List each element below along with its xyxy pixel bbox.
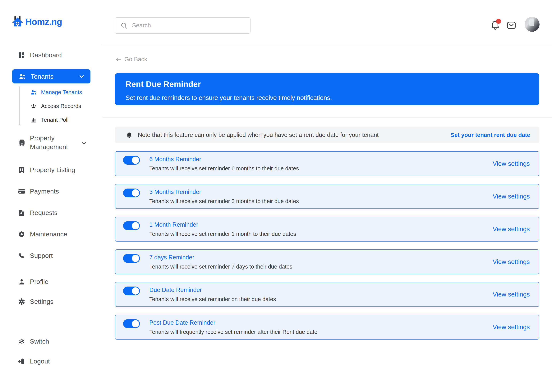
reminder-toggle[interactable] xyxy=(123,254,140,263)
house-logo-icon xyxy=(12,16,24,27)
view-settings-link[interactable]: View settings xyxy=(493,323,530,331)
sidebar-item-label: Payments xyxy=(30,187,59,196)
view-settings-link[interactable]: View settings xyxy=(493,225,530,233)
sidebar-item-label: Tenant Poll xyxy=(41,117,69,123)
go-back-label: Go Back xyxy=(124,56,147,63)
sidebar-item-dashboard[interactable]: Dashboard xyxy=(0,48,102,62)
reminder-toggle[interactable] xyxy=(123,221,140,230)
switch-icon xyxy=(18,337,26,345)
sidebar-item-label: Dashboard xyxy=(30,51,62,60)
profile-icon xyxy=(18,278,26,286)
sidebar-item-requests[interactable]: Requests xyxy=(0,206,102,220)
sidebar-item-label: Requests xyxy=(30,209,58,217)
page-title: Rent Due Reminder xyxy=(125,80,539,89)
note-text: Note that this feature can only be appli… xyxy=(138,132,378,138)
reminder-card: Due Date Reminder Tenants will receive s… xyxy=(115,282,539,307)
view-settings-link[interactable]: View settings xyxy=(493,258,530,266)
messages-button[interactable] xyxy=(506,20,517,31)
sidebar-item-label: Access Records xyxy=(41,103,81,109)
notifications-button[interactable] xyxy=(490,20,501,30)
reminder-card: 3 Months Reminder Tenants will receive s… xyxy=(115,184,539,209)
sidebar-item-label: Property Listing xyxy=(30,166,75,174)
access-records-icon xyxy=(30,103,37,109)
reminder-info: 6 Months Reminder Tenants will receive s… xyxy=(149,156,299,172)
page: Homz.ng Dashboard Tenants Manage Tenants… xyxy=(0,0,552,392)
sidebar-item-property-listing[interactable]: Property Listing xyxy=(0,163,102,177)
requests-icon xyxy=(18,209,26,217)
reminder-toggle[interactable] xyxy=(123,319,140,328)
payments-icon xyxy=(18,187,26,196)
reminder-description: Tenants will frequently receive set remi… xyxy=(149,329,317,335)
poll-icon xyxy=(30,117,37,123)
reminder-title: 6 Months Reminder xyxy=(149,156,299,163)
maintenance-icon xyxy=(18,230,26,238)
dashboard-icon xyxy=(18,51,26,59)
reminder-card: 6 Months Reminder Tenants will receive s… xyxy=(115,151,539,176)
sidebar-item-label: Switch xyxy=(30,337,49,346)
toggle-knob xyxy=(132,287,139,294)
toggle-knob xyxy=(132,157,139,164)
go-back-button[interactable]: Go Back xyxy=(115,56,147,63)
user-avatar[interactable] xyxy=(525,17,539,32)
chevron-down-icon[interactable] xyxy=(80,140,87,147)
search-input[interactable] xyxy=(132,22,240,29)
sidebar-item-tenants[interactable]: Tenants xyxy=(12,69,90,84)
gear-icon xyxy=(18,298,26,306)
reminder-title: 3 Months Reminder xyxy=(149,189,299,196)
reminder-title: Due Date Reminder xyxy=(149,287,276,294)
property-listing-icon xyxy=(18,166,26,174)
chevron-down-icon xyxy=(78,73,85,80)
reminder-description: Tenants will receive set reminder 3 mont… xyxy=(149,198,299,204)
toggle-knob xyxy=(132,255,139,262)
property-management-icon xyxy=(18,139,26,147)
reminder-description: Tenants will receive set reminder on the… xyxy=(149,296,276,302)
sidebar-item-label: Maintenance xyxy=(30,230,67,239)
page-subtitle: Set rent due reminders to ensure your te… xyxy=(125,94,539,101)
logout-icon xyxy=(18,357,26,365)
set-rent-due-date-link[interactable]: Set your tenant rent due date xyxy=(450,132,530,138)
reminder-info: 7 days Reminder Tenants will receive set… xyxy=(149,254,292,270)
header-divider xyxy=(102,45,552,45)
arrow-left-icon xyxy=(115,56,122,63)
view-settings-link[interactable]: View settings xyxy=(493,160,530,167)
reminder-info: Post Due Date Reminder Tenants will freq… xyxy=(149,319,317,335)
sidebar-item-settings[interactable]: Settings xyxy=(0,295,102,308)
reminder-toggle[interactable] xyxy=(123,156,140,165)
sidebar-item-maintenance[interactable]: Maintenance xyxy=(0,227,102,241)
section-divider xyxy=(102,117,552,118)
view-settings-link[interactable]: View settings xyxy=(493,291,530,298)
reminder-title: Post Due Date Reminder xyxy=(149,319,317,326)
sidebar-item-label: Logout xyxy=(30,357,50,366)
search-icon xyxy=(120,22,128,29)
sidebar-item-label: Property Management xyxy=(30,134,78,151)
reminder-info: Due Date Reminder Tenants will receive s… xyxy=(149,287,276,302)
reminder-info: 3 Months Reminder Tenants will receive s… xyxy=(149,189,299,204)
reminder-toggle[interactable] xyxy=(123,287,140,295)
reminder-description: Tenants will receive set reminder 1 mont… xyxy=(149,231,296,237)
page-banner: Rent Due Reminder Set rent due reminders… xyxy=(115,73,539,105)
mail-icon xyxy=(506,20,517,31)
reminder-description: Tenants will receive set reminder 7 days… xyxy=(149,264,292,270)
sidebar-item-logout[interactable]: Logout xyxy=(0,355,102,368)
sidebar-item-profile[interactable]: Profile xyxy=(0,275,102,289)
sidebar-item-label: Settings xyxy=(30,297,53,306)
reminder-toggle[interactable] xyxy=(123,189,140,197)
view-settings-link[interactable]: View settings xyxy=(493,193,530,200)
notification-badge xyxy=(496,19,501,24)
sidebar-item-support[interactable]: Support xyxy=(0,249,102,263)
brand-logo[interactable]: Homz.ng xyxy=(12,16,62,27)
sidebar-item-access-records[interactable]: Access Records xyxy=(0,99,102,113)
search-bar xyxy=(115,17,251,34)
toggle-knob xyxy=(132,189,139,196)
sidebar-item-payments[interactable]: Payments xyxy=(0,184,102,198)
sidebar-item-label: Support xyxy=(30,251,53,260)
sidebar-item-manage-tenants[interactable]: Manage Tenants xyxy=(0,85,102,99)
reminder-card: Post Due Date Reminder Tenants will freq… xyxy=(115,315,539,340)
sidebar-item-tenant-poll[interactable]: Tenant Poll xyxy=(0,113,102,127)
sidebar-item-label: Tenants xyxy=(31,73,53,80)
reminder-card: 1 Month Reminder Tenants will receive se… xyxy=(115,217,539,242)
support-phone-icon xyxy=(18,252,26,260)
reminder-description: Tenants will receive set reminder 6 mont… xyxy=(149,165,299,172)
sidebar-item-switch[interactable]: Switch xyxy=(0,335,102,348)
reminder-title: 7 days Reminder xyxy=(149,254,292,261)
